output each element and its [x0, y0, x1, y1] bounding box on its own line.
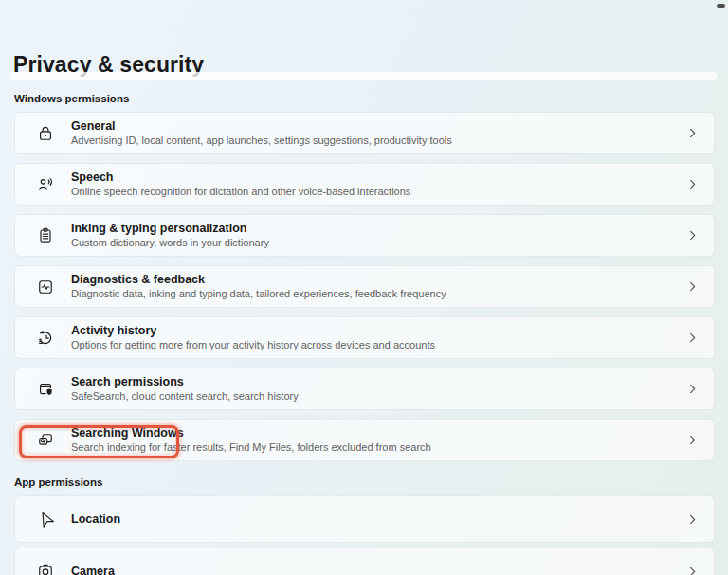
row-label: Inking & typing personalization [71, 222, 269, 235]
chevron-right-icon [686, 332, 699, 344]
chevron-right-icon [686, 566, 699, 575]
row-label: Diagnostics & feedback [71, 273, 446, 286]
row-label: Speech [71, 171, 410, 184]
settings-row-activity-history[interactable]: Activity history Options for getting mor… [14, 316, 715, 359]
row-description: Search indexing for faster results, Find… [71, 441, 431, 454]
chevron-right-icon [686, 178, 699, 190]
chevron-right-icon [686, 383, 699, 395]
row-description: Advertising ID, local content, app launc… [71, 135, 452, 147]
row-label: Searching Windows [71, 426, 431, 440]
settings-row-general[interactable]: General Advertising ID, local content, a… [14, 112, 715, 154]
row-label: Activity history [71, 324, 435, 337]
row-description: Options for getting more from your activ… [71, 339, 435, 351]
settings-row-searching-windows[interactable]: Searching Windows Search indexing for fa… [14, 419, 715, 461]
settings-row-inking-typing-personalization[interactable]: Inking & typing personalization Custom d… [14, 214, 715, 257]
section-header-app-permissions: App permissions [14, 476, 102, 488]
chevron-right-icon [686, 513, 699, 526]
section-header-windows-permissions: Windows permissions [14, 93, 129, 104]
app-permissions-list: Location Camera [14, 495, 715, 575]
dictionary-icon [36, 226, 55, 245]
chevron-right-icon [686, 434, 699, 446]
title-divider-bar [9, 72, 718, 80]
settings-row-diagnostics-feedback[interactable]: Diagnostics & feedback Diagnostic data, … [14, 265, 715, 308]
settings-row-location[interactable]: Location [14, 495, 715, 543]
search-permissions-icon [36, 380, 55, 399]
activity-history-icon [36, 329, 55, 348]
scrollbar-thumb[interactable] [717, 4, 725, 8]
camera-icon [36, 562, 55, 575]
windows-permissions-list: General Advertising ID, local content, a… [14, 112, 715, 461]
chevron-right-icon [686, 127, 699, 139]
row-label: Location [71, 512, 120, 526]
row-description: Diagnostic data, inking and typing data,… [71, 288, 446, 300]
lock-icon [36, 124, 55, 143]
row-label: Camera [71, 565, 115, 575]
searching-windows-icon [36, 431, 55, 450]
row-description: Custom dictionary, words in your diction… [71, 237, 269, 249]
row-label: General [71, 119, 452, 133]
settings-row-speech[interactable]: Speech Online speech recognition for dic… [14, 163, 715, 206]
chevron-right-icon [686, 280, 699, 293]
row-description: SafeSearch, cloud content search, search… [71, 390, 299, 403]
speech-icon [36, 175, 55, 194]
chevron-right-icon [686, 229, 699, 242]
settings-row-search-permissions[interactable]: Search permissions SafeSearch, cloud con… [14, 368, 715, 410]
diagnostics-icon [36, 278, 55, 296]
row-label: Search permissions [71, 375, 299, 388]
settings-row-camera[interactable]: Camera [14, 548, 715, 575]
row-description: Online speech recognition for dictation … [71, 186, 410, 198]
location-icon [36, 510, 55, 529]
